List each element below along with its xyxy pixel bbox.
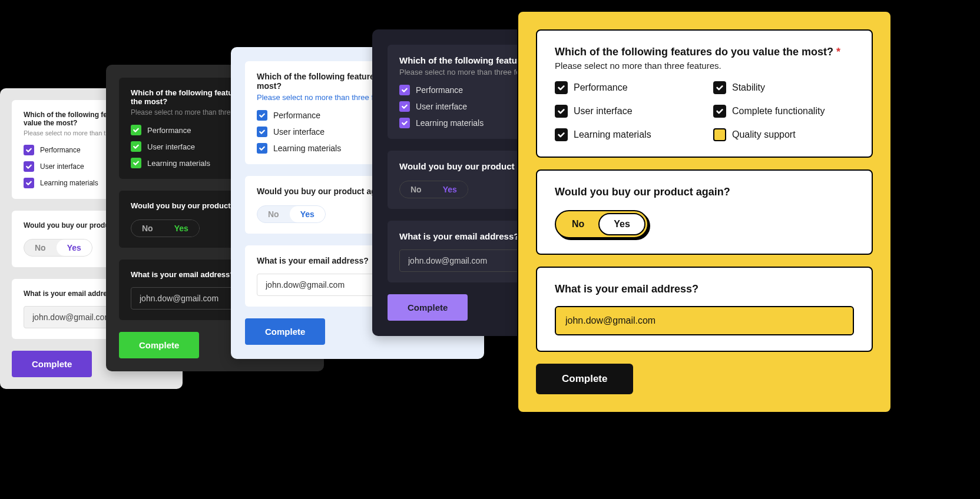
checkbox-icon bbox=[555, 105, 568, 118]
option-label: Performance bbox=[147, 126, 191, 135]
option-label: User interface bbox=[147, 142, 195, 151]
question-title: Would you buy our product again? bbox=[555, 186, 854, 198]
option-quality-support[interactable]: Quality support bbox=[713, 128, 854, 141]
option-label: User interface bbox=[416, 102, 467, 111]
toggle-yes[interactable]: Yes bbox=[432, 181, 468, 198]
option-label: User interface bbox=[574, 106, 633, 117]
option-label: Performance bbox=[273, 111, 320, 120]
checkbox-icon bbox=[399, 85, 410, 95]
complete-button[interactable]: Complete bbox=[536, 364, 633, 394]
question-title: Which of the following features do you v… bbox=[555, 46, 854, 58]
toggle-no[interactable]: No bbox=[400, 181, 432, 198]
option-complete-functionality[interactable]: Complete functionality bbox=[713, 105, 854, 118]
complete-button[interactable]: Complete bbox=[245, 318, 325, 345]
checkbox-icon bbox=[399, 101, 410, 112]
checkbox-icon bbox=[713, 81, 726, 94]
option-label: Complete functionality bbox=[732, 106, 825, 117]
question-buy-again: Would you buy our product again? No Yes bbox=[536, 169, 873, 255]
survey-card-yellow: Which of the following features do you v… bbox=[517, 11, 892, 413]
option-performance[interactable]: Performance bbox=[555, 81, 696, 94]
option-label: Stability bbox=[732, 82, 765, 93]
toggle-yes[interactable]: Yes bbox=[598, 213, 645, 235]
complete-button[interactable]: Complete bbox=[12, 351, 92, 377]
checkbox-icon bbox=[713, 128, 726, 141]
toggle-yes[interactable]: Yes bbox=[164, 220, 199, 237]
toggle-no[interactable]: No bbox=[558, 214, 598, 234]
toggle-no[interactable]: No bbox=[131, 220, 164, 237]
option-label: Learning materials bbox=[574, 129, 651, 140]
checkbox-icon bbox=[257, 110, 267, 121]
email-input[interactable] bbox=[555, 306, 854, 335]
checkbox-icon bbox=[131, 141, 141, 152]
question-title: What is your email address? bbox=[555, 283, 854, 295]
checkbox-icon bbox=[399, 118, 410, 128]
toggle-yes[interactable]: Yes bbox=[57, 239, 92, 256]
checkbox-icon bbox=[257, 143, 267, 154]
option-label: Learning materials bbox=[40, 179, 98, 187]
option-learning-materials[interactable]: Learning materials bbox=[555, 128, 696, 141]
checkbox-icon bbox=[24, 161, 34, 172]
yes-no-toggle[interactable]: No Yes bbox=[257, 205, 326, 223]
checkbox-icon bbox=[713, 105, 726, 118]
toggle-no[interactable]: No bbox=[257, 206, 290, 222]
question-email: What is your email address? bbox=[536, 267, 873, 352]
yes-no-toggle[interactable]: No Yes bbox=[555, 210, 648, 238]
option-label: Performance bbox=[416, 85, 463, 95]
yes-no-toggle[interactable]: No Yes bbox=[24, 239, 92, 257]
option-user-interface[interactable]: User interface bbox=[555, 105, 696, 118]
checkbox-icon bbox=[131, 125, 141, 135]
checkbox-icon bbox=[131, 158, 141, 168]
option-label: Performance bbox=[574, 82, 628, 93]
option-label: Learning materials bbox=[416, 118, 484, 128]
checkbox-icon bbox=[555, 81, 568, 94]
checkbox-icon bbox=[24, 145, 34, 155]
toggle-no[interactable]: No bbox=[24, 239, 57, 256]
checkbox-icon bbox=[257, 127, 267, 137]
option-label: Learning materials bbox=[147, 159, 210, 168]
checkbox-icon bbox=[555, 128, 568, 141]
checkbox-icon bbox=[24, 178, 34, 188]
option-label: User interface bbox=[40, 162, 84, 171]
toggle-yes[interactable]: Yes bbox=[290, 206, 325, 222]
option-label: Performance bbox=[40, 146, 81, 154]
option-label: Learning materials bbox=[273, 144, 341, 153]
yes-no-toggle[interactable]: No Yes bbox=[399, 181, 468, 198]
yes-no-toggle[interactable]: No Yes bbox=[131, 219, 200, 237]
question-features: Which of the following features do you v… bbox=[536, 29, 873, 158]
complete-button[interactable]: Complete bbox=[119, 332, 199, 358]
option-label: User interface bbox=[273, 127, 325, 137]
required-mark: * bbox=[836, 46, 840, 58]
question-subtitle: Please select no more than three feature… bbox=[555, 61, 854, 71]
complete-button[interactable]: Complete bbox=[388, 294, 468, 321]
option-stability[interactable]: Stability bbox=[713, 81, 854, 94]
option-label: Quality support bbox=[732, 129, 796, 140]
